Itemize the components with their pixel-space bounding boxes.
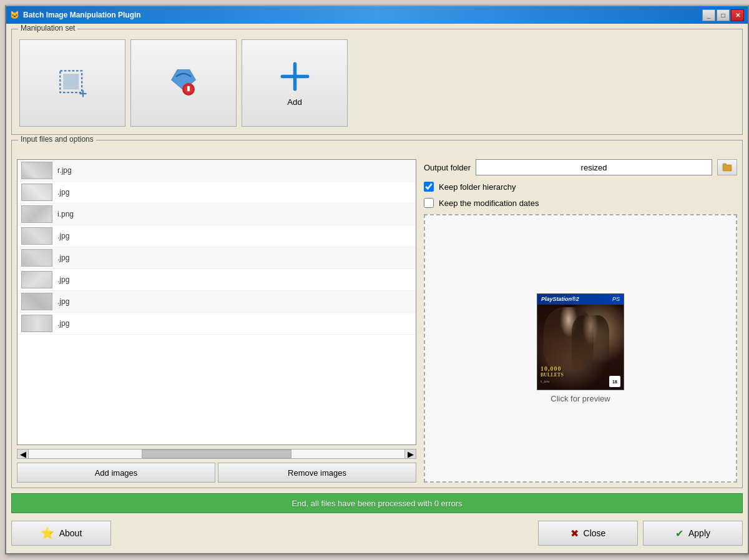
main-window: 🐱 Batch Image Manipulation Plugin _ □ ✕ …	[5, 5, 749, 554]
title-bar: 🐱 Batch Image Manipulation Plugin _ □ ✕	[6, 6, 748, 24]
list-item[interactable]: .jpg	[17, 182, 416, 204]
maximize-button[interactable]: □	[717, 9, 730, 21]
star-icon: ⭐	[41, 526, 54, 540]
window-title: Batch Image Manipulation Plugin	[23, 11, 141, 19]
file-name: r.jpg	[57, 166, 72, 175]
file-thumbnail	[21, 315, 52, 332]
apply-button[interactable]: ✔ Apply	[643, 521, 743, 546]
remove-images-button[interactable]: Remove images	[218, 463, 416, 483]
recycle-button[interactable]	[130, 39, 237, 127]
scroll-left-button[interactable]: ◀	[17, 449, 29, 458]
scale-icon	[56, 66, 90, 101]
input-files-group: Input files and options r.jpg .jpg	[11, 140, 743, 488]
file-list-wrapper: r.jpg .jpg i.png	[17, 159, 416, 445]
preview-area[interactable]: PlayStation®2 PS 10,000 BULLETS	[424, 214, 737, 483]
x-icon: ✖	[570, 528, 579, 539]
file-thumbnail	[21, 162, 52, 179]
preview-label: Click for preview	[551, 394, 610, 403]
game-rating: 18	[609, 376, 620, 387]
list-item[interactable]: .jpg	[17, 269, 416, 291]
manipulation-set-group: Manipulation set	[11, 29, 743, 135]
ps2-platform-text: PlayStation®2	[541, 296, 579, 302]
output-folder-row: Output folder	[424, 159, 737, 175]
game-figure-2	[572, 315, 609, 371]
list-item[interactable]: .jpg	[17, 225, 416, 247]
scroll-right-button[interactable]: ▶	[404, 449, 416, 458]
file-name: i.png	[57, 210, 74, 219]
status-text: End, all files have been processed with …	[291, 499, 462, 508]
window-content: Manipulation set	[6, 24, 748, 553]
keep-hierarchy-row: Keep folder hierarchy	[424, 182, 737, 192]
title-bar-left: 🐱 Batch Image Manipulation Plugin	[10, 11, 141, 19]
folder-icon	[722, 162, 733, 173]
list-item[interactable]: .jpg	[17, 291, 416, 313]
manipulation-buttons-container: Add	[17, 37, 737, 129]
manipulation-set-label: Manipulation set	[18, 24, 77, 32]
output-folder-label: Output folder	[424, 163, 471, 172]
file-name: .jpg	[57, 188, 69, 197]
add-button-label: Add	[287, 97, 302, 107]
file-thumbnail	[21, 271, 52, 288]
add-manipulation-button[interactable]: Add	[242, 39, 348, 127]
keep-dates-label[interactable]: Keep the modification dates	[439, 199, 539, 208]
about-label: About	[59, 528, 82, 538]
list-item[interactable]: r.jpg	[17, 160, 416, 182]
scale-button[interactable]	[19, 39, 125, 127]
file-thumbnail	[21, 293, 52, 310]
check-icon: ✔	[675, 528, 683, 539]
app-icon: 🐱	[10, 11, 19, 19]
file-name: .jpg	[57, 319, 69, 328]
minimize-button[interactable]: _	[702, 9, 715, 21]
list-item[interactable]: .jpg	[17, 247, 416, 269]
file-list-area: r.jpg .jpg i.png	[17, 159, 416, 483]
ps2-bar: PlayStation®2 PS	[537, 293, 624, 305]
file-thumbnail	[21, 184, 52, 201]
keep-hierarchy-label[interactable]: Keep folder hierarchy	[439, 182, 516, 192]
title-bar-buttons: _ □ ✕	[702, 9, 744, 21]
right-panel: Output folder Keep folder hierarchy	[424, 159, 737, 483]
file-thumbnail	[21, 205, 52, 223]
svg-rect-1	[63, 74, 78, 89]
keep-hierarchy-checkbox[interactable]	[424, 182, 434, 192]
scroll-thumb[interactable]	[142, 449, 292, 458]
keep-dates-checkbox[interactable]	[424, 198, 434, 208]
file-thumbnail	[21, 249, 52, 267]
list-item[interactable]: .jpg	[17, 313, 416, 335]
preview-image: PlayStation®2 PS 10,000 BULLETS	[537, 293, 624, 390]
add-icon	[278, 59, 312, 94]
game-title: 10,000 BULLETS t_iro	[541, 365, 620, 384]
file-name: .jpg	[57, 297, 69, 306]
file-name: .jpg	[57, 275, 69, 284]
folder-browse-button[interactable]	[717, 159, 737, 175]
add-images-button[interactable]: Add images	[17, 463, 215, 483]
ps2-logo: PS	[612, 296, 620, 302]
input-files-section: r.jpg .jpg i.png	[17, 150, 737, 483]
file-thumbnail	[21, 227, 52, 245]
keep-dates-row: Keep the modification dates	[424, 198, 737, 208]
window-close-button[interactable]: ✕	[731, 9, 744, 21]
file-list[interactable]: r.jpg .jpg i.png	[17, 160, 416, 341]
recycle-icon	[165, 64, 202, 102]
game-cover-art: PlayStation®2 PS 10,000 BULLETS	[537, 293, 624, 390]
file-buttons-row: Add images Remove images	[17, 463, 416, 483]
horizontal-scrollbar[interactable]: ◀ ▶	[17, 449, 416, 459]
close-label: Close	[584, 528, 606, 538]
about-button[interactable]: ⭐ About	[11, 521, 111, 546]
bottom-bar: ⭐ About ✖ Close ✔ Apply	[11, 518, 743, 548]
apply-label: Apply	[688, 528, 710, 538]
bottom-right-buttons: ✖ Close ✔ Apply	[538, 521, 743, 546]
close-button[interactable]: ✖ Close	[538, 521, 638, 546]
list-item[interactable]: i.png	[17, 204, 416, 225]
file-name: .jpg	[57, 232, 69, 240]
status-bar: End, all files have been processed with …	[11, 493, 743, 513]
svg-rect-8	[187, 86, 190, 91]
file-name: .jpg	[57, 253, 69, 262]
input-files-label: Input files and options	[18, 135, 96, 144]
output-folder-input[interactable]	[476, 159, 712, 175]
